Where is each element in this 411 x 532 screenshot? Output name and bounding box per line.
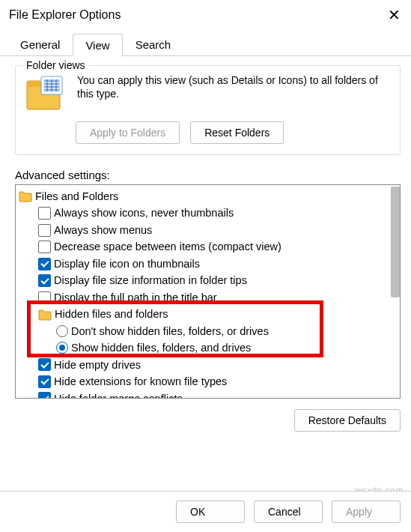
checkbox[interactable] [38, 274, 51, 287]
tab-bar: General View Search [0, 28, 411, 56]
tree-item[interactable]: Hide folder merge conflicts [17, 390, 398, 399]
tree-item[interactable]: Display file size information in folder … [17, 272, 398, 288]
window-title: File Explorer Options [9, 8, 121, 22]
tree-folder-hidden[interactable]: Hidden files and folders [17, 306, 398, 322]
tree-item[interactable]: Hide empty drives [17, 357, 398, 373]
tree-radio-item[interactable]: Don't show hidden files, folders, or dri… [17, 323, 398, 339]
folder-views-label: Folder views [23, 59, 88, 71]
folder-icon [19, 190, 32, 202]
tree-label: Hidden files and folders [55, 306, 168, 322]
tree-label: Hide empty drives [54, 357, 141, 373]
tree-label: Always show menus [54, 222, 152, 238]
tree-label: Hide extensions for known file types [54, 373, 227, 390]
apply-button[interactable]: Apply [332, 501, 401, 523]
ok-button[interactable]: OK [176, 501, 245, 523]
tree-item[interactable]: Display the full path in the title bar [17, 289, 398, 306]
checkbox[interactable] [38, 224, 51, 237]
reset-folders-button[interactable]: Reset Folders [190, 121, 284, 144]
checkbox[interactable] [38, 207, 51, 220]
tree-label: Display file size information in folder … [54, 272, 247, 288]
tab-general[interactable]: General [7, 33, 73, 55]
tree-radio-item[interactable]: Show hidden files, folders, and drives [17, 339, 398, 356]
checkbox[interactable] [38, 358, 51, 371]
tree-label: Show hidden files, folders, and drives [71, 339, 251, 356]
tree-item[interactable]: Always show icons, never thumbnails [17, 205, 398, 221]
scrollbar-thumb[interactable] [391, 187, 400, 297]
apply-to-folders-button[interactable]: Apply to Folders [76, 121, 180, 144]
tree-label: Decrease space between items (compact vi… [54, 238, 281, 255]
radio[interactable] [56, 342, 68, 354]
checkbox[interactable] [38, 392, 51, 399]
checkbox[interactable] [38, 258, 51, 270]
tree-label: Files and Folders [35, 188, 118, 205]
tree-label: Display the full path in the title bar [54, 289, 217, 306]
tab-view[interactable]: View [73, 34, 122, 56]
tree-item[interactable]: Always show menus [17, 222, 398, 238]
checkbox[interactable] [38, 375, 51, 388]
folder-icon [38, 309, 52, 321]
tree-label: Display file icon on thumbnails [54, 256, 200, 272]
tab-search[interactable]: Search [123, 33, 184, 55]
tree-item[interactable]: Decrease space between items (compact vi… [17, 238, 398, 255]
restore-defaults-button[interactable]: Restore Defaults [294, 409, 401, 432]
folder-views-group: Folder views You can apply this view (su… [15, 65, 401, 155]
tree-folder-files[interactable]: Files and Folders [17, 188, 398, 205]
radio[interactable] [56, 325, 68, 337]
checkbox[interactable] [38, 291, 51, 304]
folder-views-text: You can apply this view (such as Details… [77, 73, 391, 112]
cancel-button[interactable]: Cancel [254, 501, 323, 523]
tree-item[interactable]: Display file icon on thumbnails [17, 256, 398, 272]
tree-item[interactable]: Hide extensions for known file types [17, 373, 398, 390]
dialog-buttons: OK Cancel Apply [0, 491, 411, 532]
close-icon[interactable]: ✕ [388, 6, 401, 24]
checkbox[interactable] [38, 241, 51, 253]
advanced-settings-tree: Files and Folders Always show icons, nev… [15, 184, 401, 399]
folder-options-icon [25, 73, 67, 112]
tree-label: Don't show hidden files, folders, or dri… [71, 323, 269, 339]
tree-label: Always show icons, never thumbnails [54, 205, 234, 221]
advanced-settings-label: Advanced settings: [15, 169, 411, 181]
tree-label: Hide folder merge conflicts [54, 390, 183, 399]
